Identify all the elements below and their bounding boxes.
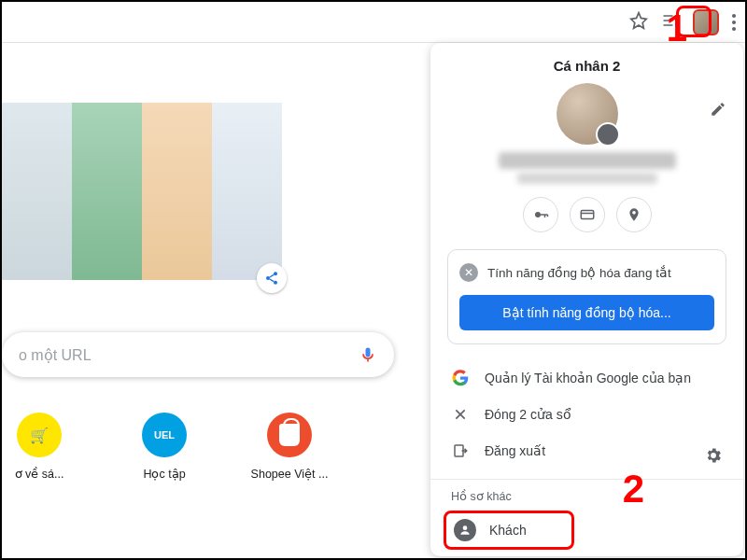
payment-methods-icon[interactable]: [570, 197, 605, 232]
shortcut-item[interactable]: 🛒 ơ về sá...: [2, 413, 77, 481]
svg-point-6: [463, 525, 468, 530]
svg-rect-4: [581, 211, 594, 219]
shortcut-label: ơ về sá...: [15, 467, 64, 481]
svg-point-3: [535, 212, 541, 217]
kebab-menu-icon[interactable]: [732, 14, 736, 31]
close-icon: [451, 407, 470, 422]
shortcut-icon: UEL: [142, 413, 187, 457]
annotation-step-1: 1: [667, 7, 687, 49]
guest-profile-row[interactable]: Khách: [444, 511, 574, 550]
passwords-icon[interactable]: [523, 197, 558, 232]
profile-avatar-large[interactable]: [557, 83, 618, 145]
svg-point-1: [266, 276, 270, 280]
manage-account-label: Quản lý Tài khoản Google của bạn: [485, 371, 691, 385]
search-placeholder: o một URL: [19, 346, 359, 364]
browser-top-bar: [2, 2, 745, 43]
sync-status-box: ✕ Tính năng đồng bộ hóa đang tắt Bật tín…: [447, 249, 726, 344]
sign-out-label: Đăng xuất: [485, 443, 545, 458]
sync-status-text: Tính năng đồng bộ hóa đang tắt: [487, 265, 671, 280]
close-windows[interactable]: Đóng 2 cửa sổ: [451, 397, 723, 432]
addresses-icon[interactable]: [616, 197, 652, 232]
shortcut-icon: 🛒: [17, 413, 62, 457]
google-doodle[interactable]: [2, 103, 282, 280]
shortcut-label: Học tập: [143, 467, 185, 481]
profile-email-redacted: [517, 173, 657, 184]
share-doodle-icon[interactable]: [257, 263, 287, 293]
enable-sync-button[interactable]: Bật tính năng đồng bộ hóa...: [459, 295, 714, 330]
guest-label: Khách: [489, 523, 527, 538]
sync-status-row: ✕ Tính năng đồng bộ hóa đang tắt: [459, 263, 714, 282]
sync-off-icon: ✕: [459, 263, 478, 282]
sign-out[interactable]: Đăng xuất: [451, 432, 723, 469]
ntp-shortcuts: 🛒 ơ về sá... UEL Học tập Shopee Việt ...: [2, 413, 327, 481]
manage-profiles-gear-icon[interactable]: [704, 446, 723, 469]
sign-out-icon: [451, 442, 470, 459]
profile-quick-actions: [430, 197, 743, 232]
profile-flyout-panel: Cá nhân 2 ✕ Tính năng đồng bộ hóa đang t…: [430, 43, 743, 556]
omnibox-search[interactable]: o một URL: [2, 332, 394, 377]
profile-full-name-redacted: [499, 152, 676, 169]
svg-point-0: [274, 272, 277, 275]
guest-icon: [454, 519, 476, 541]
bookmark-star-icon[interactable]: [629, 11, 648, 34]
google-g-icon: [451, 370, 470, 386]
manage-google-account[interactable]: Quản lý Tài khoản Google của bạn: [451, 359, 723, 397]
svg-point-2: [274, 281, 277, 285]
add-profile-row[interactable]: + Thêm: [430, 552, 743, 556]
shortcut-icon: [267, 413, 312, 457]
shortcut-item[interactable]: Shopee Việt ...: [252, 413, 327, 481]
shortcut-item[interactable]: UEL Học tập: [127, 413, 202, 481]
edit-profile-icon[interactable]: [710, 101, 726, 121]
divider: [430, 479, 743, 480]
close-windows-label: Đóng 2 cửa sổ: [485, 407, 571, 422]
shortcut-label: Shopee Việt ...: [251, 467, 329, 481]
annotation-step-2: 2: [623, 467, 644, 511]
profile-name-title: Cá nhân 2: [430, 58, 743, 74]
other-profiles-label: Hồ sơ khác: [430, 487, 743, 511]
voice-search-icon[interactable]: [359, 345, 377, 364]
account-actions-list: Quản lý Tài khoản Google của bạn Đóng 2 …: [430, 359, 743, 469]
